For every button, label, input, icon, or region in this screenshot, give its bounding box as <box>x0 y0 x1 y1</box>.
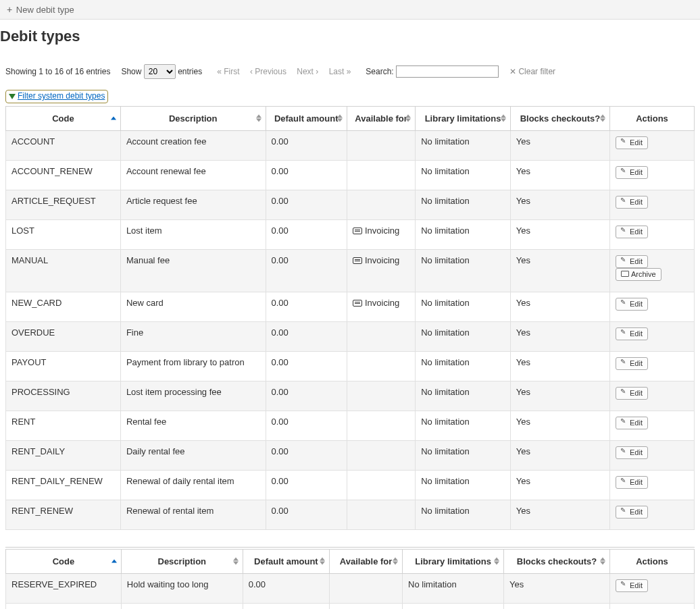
filter-system-debit-types-link[interactable]: Filter system debit types <box>5 90 108 103</box>
edit-button[interactable]: Edit <box>616 446 648 459</box>
col-blocks-checkouts[interactable]: Blocks checkouts? <box>510 106 609 130</box>
cell-actions: Edit <box>610 351 695 381</box>
col-default-amount[interactable]: Default amount <box>243 549 329 573</box>
edit-button[interactable]: Edit <box>616 166 648 179</box>
edit-button[interactable]: Edit <box>616 417 648 429</box>
edit-label: Edit <box>630 419 643 427</box>
edit-button[interactable]: Edit <box>616 136 648 149</box>
sort-icon <box>337 115 343 118</box>
table-row: ACCOUNTAccount creation fee0.00No limita… <box>6 130 695 160</box>
sort-icon <box>393 558 398 561</box>
cell-amount: 0.00 <box>266 321 347 351</box>
cell-actions: Edit <box>610 130 695 160</box>
edit-button[interactable]: Edit <box>616 357 648 370</box>
edit-button[interactable]: Edit <box>616 506 648 519</box>
new-debit-type-link[interactable]: + New debit type <box>7 5 74 15</box>
cell-library: No limitation <box>416 321 511 351</box>
cell-blocks: Yes <box>504 603 610 609</box>
edit-button[interactable]: Edit <box>616 226 648 238</box>
table-row: RESERVE_EXPIREDHold waiting too long0.00… <box>6 573 695 603</box>
cell-available <box>330 573 403 603</box>
sort-icon <box>600 558 605 561</box>
cell-code: PROCESSING <box>6 381 121 411</box>
cell-description: Renewal of daily rental item <box>120 470 266 500</box>
edit-label: Edit <box>630 169 643 176</box>
edit-label: Edit <box>630 360 643 367</box>
cell-blocks: Yes <box>510 500 609 529</box>
col-available-for[interactable]: Available for <box>330 549 403 573</box>
table-row: PROCESSINGLost item processing fee0.00No… <box>6 381 695 411</box>
cell-amount: 0.00 <box>266 249 347 292</box>
cell-library: No limitation <box>416 190 511 219</box>
cell-code: MANUAL <box>6 249 121 292</box>
edit-button[interactable]: Edit <box>616 255 648 268</box>
edit-label: Edit <box>630 300 643 308</box>
table-row: RENTRental fee0.00No limitationYesEdit <box>6 411 695 440</box>
edit-button[interactable]: Edit <box>616 298 648 311</box>
cell-description: New card <box>120 292 266 321</box>
table-row: ARTICLE_REQUESTArticle request fee0.00No… <box>6 190 695 219</box>
col-description[interactable]: Description <box>121 549 243 573</box>
cell-description: Hold waiting too long <box>121 573 243 603</box>
cell-available <box>347 321 415 351</box>
sort-icon <box>600 115 605 118</box>
edit-button[interactable]: Edit <box>616 387 648 400</box>
edit-button[interactable]: Edit <box>616 476 648 489</box>
edit-label: Edit <box>630 390 643 397</box>
last-page[interactable]: Last » <box>329 67 351 76</box>
cell-code: RENT_RENEW <box>6 500 121 529</box>
table-head-2: Code Description Default amount Availabl… <box>6 549 695 573</box>
edit-button[interactable]: Edit <box>616 579 648 592</box>
col-library-limitations[interactable]: Library limitations <box>403 549 504 573</box>
edit-label: Edit <box>630 479 643 486</box>
col-available-for[interactable]: Available for <box>347 106 415 130</box>
prev-page[interactable]: ‹ Previous <box>250 67 286 76</box>
section-divider <box>5 530 695 548</box>
col-default-amount[interactable]: Default amount <box>266 106 347 130</box>
pencil-icon <box>621 419 628 426</box>
sort-asc-icon <box>111 117 116 120</box>
clear-filter-label: Clear filter <box>518 67 555 76</box>
col-library-limitations[interactable]: Library limitations <box>416 106 511 130</box>
cell-description: Lost item <box>120 219 266 249</box>
archive-button[interactable]: Archive <box>616 268 661 281</box>
cell-description: Lost item processing fee <box>120 381 266 411</box>
cell-actions: Edit <box>610 160 695 190</box>
edit-label: Edit <box>630 508 643 516</box>
col-description[interactable]: Description <box>120 106 266 130</box>
available-label: Invoicing <box>365 298 399 308</box>
cell-available <box>347 130 415 160</box>
clear-filter-button[interactable]: ✕ Clear filter <box>509 67 555 76</box>
table-row: MANUALManual fee0.00InvoicingNo limitati… <box>6 249 695 292</box>
col-code[interactable]: Code <box>6 549 122 573</box>
cell-library: No limitation <box>416 219 511 249</box>
cell-available: Invoicing <box>347 292 415 321</box>
edit-button[interactable]: Edit <box>616 196 648 209</box>
cell-blocks: Yes <box>504 573 610 603</box>
next-page[interactable]: Next › <box>297 67 318 76</box>
first-page[interactable]: « First <box>217 67 239 76</box>
sort-icon <box>393 562 398 565</box>
table-row: ACCOUNT_RENEWAccount renewal fee0.00No l… <box>6 160 695 190</box>
cell-library: No limitation <box>416 440 511 470</box>
pencil-icon <box>621 300 628 307</box>
cell-amount: 0.00 <box>243 573 329 603</box>
sort-icon <box>256 115 261 118</box>
new-debit-type-label: New debit type <box>16 5 74 15</box>
cell-amount: 0.00 <box>266 292 347 321</box>
search-input[interactable] <box>396 65 499 78</box>
col-blocks-checkouts[interactable]: Blocks checkouts? <box>504 549 610 573</box>
sort-icon <box>233 558 239 561</box>
cell-code: ACCOUNT <box>6 130 121 160</box>
cell-available <box>347 411 415 440</box>
col-code[interactable]: Code <box>6 106 121 130</box>
edit-button[interactable]: Edit <box>616 327 648 340</box>
cell-code: RESERVE_EXPIRED <box>6 573 122 603</box>
cell-available <box>347 470 415 500</box>
entries-select[interactable]: 102050100 <box>144 64 176 79</box>
sort-icon <box>600 119 605 122</box>
cell-library: No limitation <box>403 573 504 603</box>
plus-icon: + <box>7 4 12 15</box>
cell-library: No limitation <box>416 470 511 500</box>
archive-label: Archive <box>631 271 656 278</box>
